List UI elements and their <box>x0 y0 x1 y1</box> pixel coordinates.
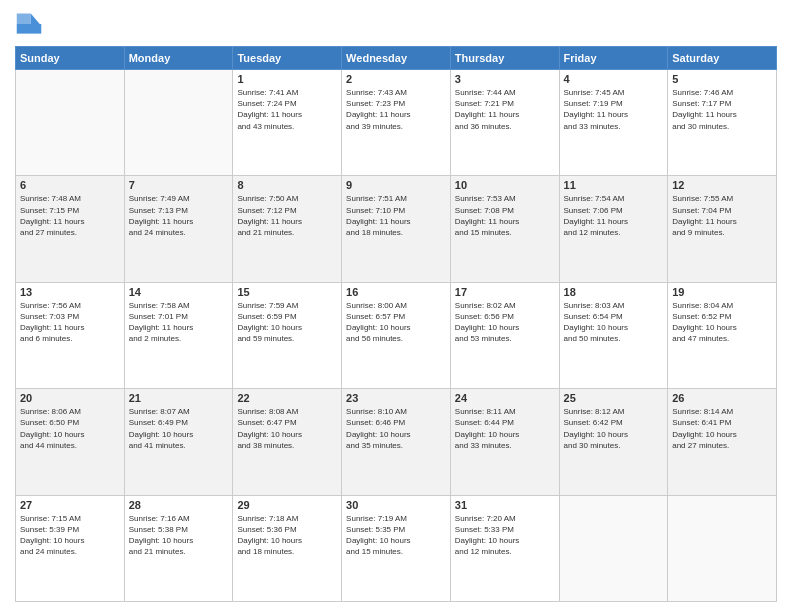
day-info: Sunrise: 8:06 AM Sunset: 6:50 PM Dayligh… <box>20 406 120 451</box>
calendar-day-cell: 17Sunrise: 8:02 AM Sunset: 6:56 PM Dayli… <box>450 282 559 388</box>
header <box>15 10 777 38</box>
day-number: 19 <box>672 286 772 298</box>
calendar-day-cell <box>16 70 125 176</box>
day-number: 23 <box>346 392 446 404</box>
day-info: Sunrise: 7:43 AM Sunset: 7:23 PM Dayligh… <box>346 87 446 132</box>
day-number: 17 <box>455 286 555 298</box>
calendar-day-cell: 28Sunrise: 7:16 AM Sunset: 5:38 PM Dayli… <box>124 495 233 601</box>
day-number: 12 <box>672 179 772 191</box>
calendar-day-cell: 21Sunrise: 8:07 AM Sunset: 6:49 PM Dayli… <box>124 389 233 495</box>
day-number: 8 <box>237 179 337 191</box>
day-number: 1 <box>237 73 337 85</box>
calendar-week-row: 20Sunrise: 8:06 AM Sunset: 6:50 PM Dayli… <box>16 389 777 495</box>
day-info: Sunrise: 8:11 AM Sunset: 6:44 PM Dayligh… <box>455 406 555 451</box>
calendar-week-row: 6Sunrise: 7:48 AM Sunset: 7:15 PM Daylig… <box>16 176 777 282</box>
day-number: 20 <box>20 392 120 404</box>
day-info: Sunrise: 7:58 AM Sunset: 7:01 PM Dayligh… <box>129 300 229 345</box>
weekday-header: Saturday <box>668 47 777 70</box>
calendar-day-cell: 29Sunrise: 7:18 AM Sunset: 5:36 PM Dayli… <box>233 495 342 601</box>
calendar-day-cell: 5Sunrise: 7:46 AM Sunset: 7:17 PM Daylig… <box>668 70 777 176</box>
day-number: 14 <box>129 286 229 298</box>
calendar-table: SundayMondayTuesdayWednesdayThursdayFrid… <box>15 46 777 602</box>
logo <box>15 10 47 38</box>
calendar-day-cell: 9Sunrise: 7:51 AM Sunset: 7:10 PM Daylig… <box>342 176 451 282</box>
day-number: 2 <box>346 73 446 85</box>
day-info: Sunrise: 7:15 AM Sunset: 5:39 PM Dayligh… <box>20 513 120 558</box>
day-number: 15 <box>237 286 337 298</box>
day-info: Sunrise: 7:49 AM Sunset: 7:13 PM Dayligh… <box>129 193 229 238</box>
calendar-day-cell: 16Sunrise: 8:00 AM Sunset: 6:57 PM Dayli… <box>342 282 451 388</box>
calendar-day-cell: 8Sunrise: 7:50 AM Sunset: 7:12 PM Daylig… <box>233 176 342 282</box>
day-number: 27 <box>20 499 120 511</box>
weekday-header: Sunday <box>16 47 125 70</box>
day-info: Sunrise: 7:56 AM Sunset: 7:03 PM Dayligh… <box>20 300 120 345</box>
day-info: Sunrise: 7:19 AM Sunset: 5:35 PM Dayligh… <box>346 513 446 558</box>
calendar-day-cell: 6Sunrise: 7:48 AM Sunset: 7:15 PM Daylig… <box>16 176 125 282</box>
calendar-week-row: 27Sunrise: 7:15 AM Sunset: 5:39 PM Dayli… <box>16 495 777 601</box>
day-info: Sunrise: 7:46 AM Sunset: 7:17 PM Dayligh… <box>672 87 772 132</box>
calendar-day-cell: 27Sunrise: 7:15 AM Sunset: 5:39 PM Dayli… <box>16 495 125 601</box>
calendar-day-cell: 22Sunrise: 8:08 AM Sunset: 6:47 PM Dayli… <box>233 389 342 495</box>
day-info: Sunrise: 7:48 AM Sunset: 7:15 PM Dayligh… <box>20 193 120 238</box>
day-info: Sunrise: 8:04 AM Sunset: 6:52 PM Dayligh… <box>672 300 772 345</box>
page: SundayMondayTuesdayWednesdayThursdayFrid… <box>0 0 792 612</box>
day-info: Sunrise: 8:10 AM Sunset: 6:46 PM Dayligh… <box>346 406 446 451</box>
calendar-day-cell: 25Sunrise: 8:12 AM Sunset: 6:42 PM Dayli… <box>559 389 668 495</box>
calendar-day-cell: 15Sunrise: 7:59 AM Sunset: 6:59 PM Dayli… <box>233 282 342 388</box>
day-number: 7 <box>129 179 229 191</box>
day-info: Sunrise: 7:51 AM Sunset: 7:10 PM Dayligh… <box>346 193 446 238</box>
day-info: Sunrise: 7:45 AM Sunset: 7:19 PM Dayligh… <box>564 87 664 132</box>
day-info: Sunrise: 7:18 AM Sunset: 5:36 PM Dayligh… <box>237 513 337 558</box>
calendar-day-cell: 19Sunrise: 8:04 AM Sunset: 6:52 PM Dayli… <box>668 282 777 388</box>
calendar-day-cell: 4Sunrise: 7:45 AM Sunset: 7:19 PM Daylig… <box>559 70 668 176</box>
day-info: Sunrise: 7:20 AM Sunset: 5:33 PM Dayligh… <box>455 513 555 558</box>
weekday-header: Tuesday <box>233 47 342 70</box>
calendar-day-cell: 1Sunrise: 7:41 AM Sunset: 7:24 PM Daylig… <box>233 70 342 176</box>
day-number: 21 <box>129 392 229 404</box>
day-number: 13 <box>20 286 120 298</box>
day-info: Sunrise: 8:07 AM Sunset: 6:49 PM Dayligh… <box>129 406 229 451</box>
calendar-day-cell: 23Sunrise: 8:10 AM Sunset: 6:46 PM Dayli… <box>342 389 451 495</box>
day-info: Sunrise: 8:12 AM Sunset: 6:42 PM Dayligh… <box>564 406 664 451</box>
day-info: Sunrise: 7:59 AM Sunset: 6:59 PM Dayligh… <box>237 300 337 345</box>
weekday-header: Friday <box>559 47 668 70</box>
day-number: 6 <box>20 179 120 191</box>
day-number: 4 <box>564 73 664 85</box>
day-number: 16 <box>346 286 446 298</box>
calendar-day-cell: 30Sunrise: 7:19 AM Sunset: 5:35 PM Dayli… <box>342 495 451 601</box>
calendar-day-cell: 13Sunrise: 7:56 AM Sunset: 7:03 PM Dayli… <box>16 282 125 388</box>
calendar-day-cell <box>559 495 668 601</box>
day-info: Sunrise: 8:03 AM Sunset: 6:54 PM Dayligh… <box>564 300 664 345</box>
day-number: 22 <box>237 392 337 404</box>
svg-rect-2 <box>17 14 31 25</box>
calendar-day-cell: 24Sunrise: 8:11 AM Sunset: 6:44 PM Dayli… <box>450 389 559 495</box>
day-info: Sunrise: 8:14 AM Sunset: 6:41 PM Dayligh… <box>672 406 772 451</box>
calendar-header-row: SundayMondayTuesdayWednesdayThursdayFrid… <box>16 47 777 70</box>
day-info: Sunrise: 8:00 AM Sunset: 6:57 PM Dayligh… <box>346 300 446 345</box>
day-number: 29 <box>237 499 337 511</box>
logo-icon <box>15 10 43 38</box>
day-info: Sunrise: 7:50 AM Sunset: 7:12 PM Dayligh… <box>237 193 337 238</box>
day-info: Sunrise: 7:41 AM Sunset: 7:24 PM Dayligh… <box>237 87 337 132</box>
day-info: Sunrise: 8:08 AM Sunset: 6:47 PM Dayligh… <box>237 406 337 451</box>
calendar-day-cell: 10Sunrise: 7:53 AM Sunset: 7:08 PM Dayli… <box>450 176 559 282</box>
day-info: Sunrise: 7:55 AM Sunset: 7:04 PM Dayligh… <box>672 193 772 238</box>
day-number: 3 <box>455 73 555 85</box>
day-number: 10 <box>455 179 555 191</box>
day-number: 11 <box>564 179 664 191</box>
weekday-header: Wednesday <box>342 47 451 70</box>
day-number: 9 <box>346 179 446 191</box>
svg-rect-3 <box>17 24 42 34</box>
calendar-day-cell: 11Sunrise: 7:54 AM Sunset: 7:06 PM Dayli… <box>559 176 668 282</box>
calendar-day-cell <box>668 495 777 601</box>
day-number: 28 <box>129 499 229 511</box>
day-number: 31 <box>455 499 555 511</box>
weekday-header: Monday <box>124 47 233 70</box>
calendar-day-cell: 12Sunrise: 7:55 AM Sunset: 7:04 PM Dayli… <box>668 176 777 282</box>
calendar-day-cell: 18Sunrise: 8:03 AM Sunset: 6:54 PM Dayli… <box>559 282 668 388</box>
calendar-week-row: 13Sunrise: 7:56 AM Sunset: 7:03 PM Dayli… <box>16 282 777 388</box>
calendar-week-row: 1Sunrise: 7:41 AM Sunset: 7:24 PM Daylig… <box>16 70 777 176</box>
calendar-day-cell: 2Sunrise: 7:43 AM Sunset: 7:23 PM Daylig… <box>342 70 451 176</box>
day-info: Sunrise: 7:44 AM Sunset: 7:21 PM Dayligh… <box>455 87 555 132</box>
day-number: 25 <box>564 392 664 404</box>
